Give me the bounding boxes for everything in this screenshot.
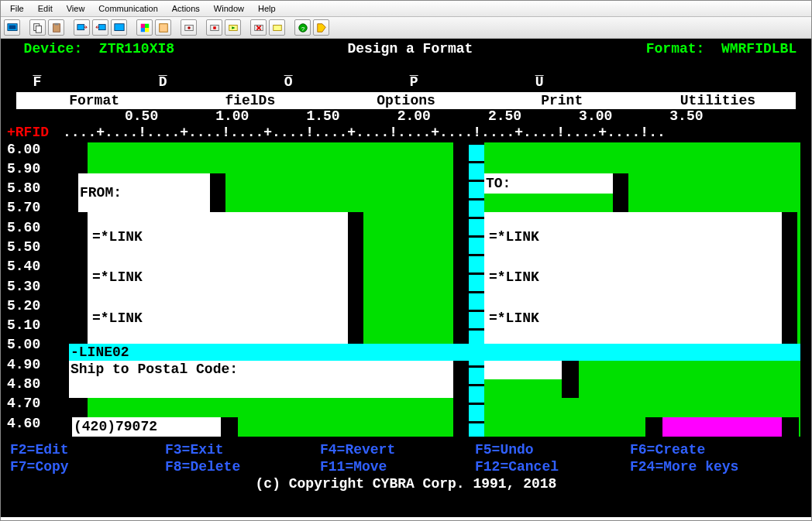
fkey-f12[interactable]: F12=Cancel xyxy=(475,460,630,474)
menu-view[interactable]: View xyxy=(60,2,91,15)
tab-format[interactable]: Format xyxy=(16,94,172,108)
block-mag-left xyxy=(645,417,662,437)
svg-rect-9 xyxy=(140,23,144,27)
white-ship-right xyxy=(484,361,562,379)
fkey-f5[interactable]: F5=Undo xyxy=(475,443,630,457)
fkey-f2[interactable]: F2=Edit xyxy=(10,443,165,457)
field-line02[interactable]: -LINE02 xyxy=(69,344,800,361)
terminal-screen: Device: ZTR110XI8 Design a Format Format… xyxy=(1,39,811,517)
copy-icon[interactable] xyxy=(29,19,46,36)
menu-accents: F D O P U xyxy=(1,75,811,92)
paste-icon[interactable] xyxy=(48,19,64,36)
map-icon[interactable] xyxy=(155,19,171,36)
svg-rect-5 xyxy=(54,22,58,25)
help-icon[interactable]: ? xyxy=(294,19,311,36)
svg-text:?: ? xyxy=(301,25,304,32)
title-row: Device: ZTR110XI8 Design a Format Format… xyxy=(1,42,811,59)
menu-edit[interactable]: Edit xyxy=(32,2,59,15)
fkey-f4[interactable]: F4=Revert xyxy=(320,443,475,457)
svg-rect-7 xyxy=(98,24,105,29)
device-label: Device: xyxy=(24,41,83,57)
from-links-box[interactable]: =*LINK =*LINK =*LINK xyxy=(88,212,348,344)
from-link-1[interactable]: =*LINK xyxy=(92,230,143,244)
screen-title: Design a Format xyxy=(174,42,646,59)
color-icon[interactable] xyxy=(136,19,153,36)
rfid-indicator: +RFID xyxy=(7,125,49,140)
receive-icon[interactable] xyxy=(92,19,108,36)
vertical-rule-2 xyxy=(453,142,469,437)
fkey-f7[interactable]: F7=Copy xyxy=(10,460,165,474)
device-value: ZTR110XI8 xyxy=(99,41,174,57)
fkey-f24[interactable]: F24=More keys xyxy=(630,460,785,474)
svg-rect-8 xyxy=(114,23,123,30)
menu-communication[interactable]: Communication xyxy=(92,2,163,15)
field-to[interactable]: TO: xyxy=(484,173,613,194)
block-links-left-end xyxy=(348,212,363,344)
svg-rect-6 xyxy=(77,24,84,29)
stop-icon[interactable] xyxy=(206,19,222,36)
svg-rect-12 xyxy=(145,28,149,32)
svg-rect-11 xyxy=(140,28,144,32)
record-icon[interactable] xyxy=(181,19,197,36)
tab-utilities[interactable]: Utilities xyxy=(640,94,796,108)
field-postal-value[interactable]: (420)79072 xyxy=(72,417,221,437)
fkey-f3[interactable]: F3=Exit xyxy=(165,443,320,457)
tab-print[interactable]: Print xyxy=(484,94,640,108)
design-canvas[interactable]: 6.005.905.805.705.605.505.405.305.205.10… xyxy=(1,142,811,437)
playback-icon[interactable] xyxy=(269,19,285,36)
to-link-2[interactable]: =*LINK xyxy=(489,270,539,284)
block-mag-right xyxy=(782,417,799,437)
format-label: Format: xyxy=(646,41,705,57)
menu-window[interactable]: Window xyxy=(208,2,250,15)
function-keys: F2=Edit F3=Exit F4=Revert F5=Undo F6=Cre… xyxy=(1,437,811,474)
center-divider xyxy=(469,142,484,437)
send-icon[interactable] xyxy=(74,19,90,36)
fkey-f6[interactable]: F6=Create xyxy=(630,443,785,457)
tag-icon[interactable] xyxy=(313,19,329,36)
design-menubar: Format fielDs Options Print Utilities xyxy=(16,92,796,109)
svg-point-15 xyxy=(188,26,191,29)
to-links-box[interactable]: =*LINK =*LINK =*LINK xyxy=(484,212,782,344)
svg-rect-17 xyxy=(213,26,216,29)
format-value: WMRFIDLBL xyxy=(721,41,797,57)
ruler-numbers: 0.501.001.502.002.503.003.50 xyxy=(1,109,811,126)
menu-help[interactable]: Help xyxy=(252,2,282,15)
toolbar: ? xyxy=(1,17,811,39)
block-links-right-end xyxy=(782,212,797,344)
from-link-2[interactable]: =*LINK xyxy=(92,270,143,284)
svg-rect-3 xyxy=(36,26,41,33)
svg-rect-13 xyxy=(159,23,167,32)
screen-icon[interactable] xyxy=(4,19,20,36)
ruler-ticks-row: +RFID....+....!....+....!....+....!....+… xyxy=(1,125,811,142)
display-icon[interactable] xyxy=(111,19,127,36)
block-from-right xyxy=(210,173,225,212)
menu-actions[interactable]: Actions xyxy=(166,2,206,15)
block-ship-right xyxy=(562,361,579,398)
ruler-ticks: ....+....!....+....!....+....!....+....!… xyxy=(49,125,666,140)
menu-file[interactable]: File xyxy=(4,2,30,15)
magenta-field[interactable] xyxy=(662,417,782,437)
fkey-f11[interactable]: F11=Move xyxy=(320,460,475,474)
block-postal-end xyxy=(221,417,238,437)
tab-fields[interactable]: fielDs xyxy=(172,94,328,108)
close-icon[interactable] xyxy=(250,19,267,36)
menubar: File Edit View Communication Actions Win… xyxy=(1,1,811,17)
to-link-3[interactable]: =*LINK xyxy=(489,311,539,325)
field-from[interactable]: FROM: xyxy=(78,173,210,212)
svg-rect-10 xyxy=(145,23,149,27)
copyright: (c) Copyright CYBRA Corp. 1991, 2018 xyxy=(1,474,811,491)
tab-options[interactable]: Options xyxy=(328,94,483,108)
to-link-1[interactable]: =*LINK xyxy=(489,230,539,244)
field-ship-to-postal[interactable]: Ship to Postal Code: xyxy=(69,361,453,398)
from-link-3[interactable]: =*LINK xyxy=(92,311,143,325)
svg-rect-20 xyxy=(273,25,281,30)
play-icon[interactable] xyxy=(225,19,241,36)
block-to-right xyxy=(613,173,628,212)
y-axis: 6.005.905.805.705.605.505.405.305.205.10… xyxy=(7,142,40,436)
svg-rect-1 xyxy=(9,25,15,29)
fkey-f8[interactable]: F8=Delete xyxy=(165,460,320,474)
